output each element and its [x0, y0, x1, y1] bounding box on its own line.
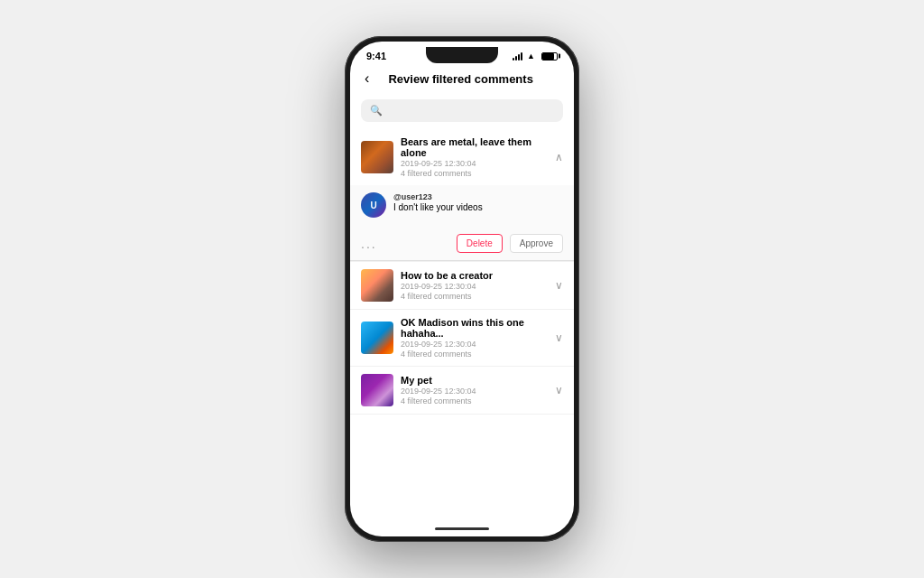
chevron-down-icon-3: ∨: [555, 384, 563, 396]
video-info-pet: My pet 2019-09-25 12:30:04 4 filtered co…: [401, 375, 555, 406]
video-title-bears: Bears are metal, leave them alone: [401, 136, 555, 158]
phone-frame: 9:41 ▲ ‹ Review filtered comments: [345, 36, 579, 542]
comment-row: U @user123 I don't like your videos: [361, 192, 563, 218]
video-info-creator: How to be a creator 2019-09-25 12:30:04 …: [401, 270, 555, 301]
video-date-creator: 2019-09-25 12:30:04: [401, 282, 555, 291]
phone-screen: 9:41 ▲ ‹ Review filtered comments: [350, 42, 574, 536]
video-filter-count-madison: 4 filtered comments: [401, 350, 555, 359]
more-button[interactable]: ...: [361, 237, 377, 251]
video-filter-count-bears: 4 filtered comments: [401, 169, 555, 178]
video-item-header-pet[interactable]: My pet 2019-09-25 12:30:04 4 filtered co…: [350, 367, 574, 414]
video-info-madison: OK Madison wins this one hahaha... 2019-…: [401, 317, 555, 359]
chevron-up-icon: ∧: [555, 151, 563, 163]
page-title: Review filtered comments: [378, 72, 543, 86]
search-icon: 🔍: [370, 105, 383, 117]
home-bar: [435, 527, 489, 530]
signal-icon: [513, 52, 522, 61]
comment-username: @user123: [393, 192, 563, 201]
video-thumb-bears: [361, 141, 393, 173]
search-input[interactable]: [388, 106, 554, 116]
delete-button[interactable]: Delete: [457, 234, 503, 253]
header: ‹ Review filtered comments: [350, 65, 574, 96]
video-thumb-creator: [361, 269, 393, 302]
comment-content: @user123 I don't like your videos: [393, 192, 563, 212]
video-item-header-madison[interactable]: OK Madison wins this one hahaha... 2019-…: [350, 310, 574, 366]
avatar: U: [361, 192, 386, 218]
video-item-pet: My pet 2019-09-25 12:30:04 4 filtered co…: [350, 367, 574, 415]
comment-text: I don't like your videos: [393, 202, 563, 212]
home-indicator: [350, 520, 574, 536]
video-item-header-creator[interactable]: How to be a creator 2019-09-25 12:30:04 …: [350, 262, 574, 309]
video-date-pet: 2019-09-25 12:30:04: [401, 387, 555, 396]
chevron-down-icon-2: ∨: [555, 331, 563, 344]
search-container: 🔍: [350, 96, 574, 129]
scroll-content: Bears are metal, leave them alone 2019-0…: [350, 129, 574, 520]
video-date-bears: 2019-09-25 12:30:04: [401, 159, 555, 168]
back-button[interactable]: ‹: [363, 69, 371, 89]
video-item-bears: Bears are metal, leave them alone 2019-0…: [350, 129, 574, 262]
comment-section-bears: U @user123 I don't like your videos: [350, 185, 574, 230]
video-item-header-bears[interactable]: Bears are metal, leave them alone 2019-0…: [350, 129, 574, 185]
wifi-icon: ▲: [527, 51, 535, 61]
phone-notch: [426, 47, 498, 63]
video-filter-count-creator: 4 filtered comments: [401, 292, 555, 301]
chevron-down-icon: ∨: [555, 279, 563, 292]
video-filter-count-pet: 4 filtered comments: [401, 396, 555, 406]
video-item-madison: OK Madison wins this one hahaha... 2019-…: [350, 310, 574, 367]
status-icons: ▲: [513, 51, 558, 61]
video-title-pet: My pet: [401, 375, 555, 386]
search-bar[interactable]: 🔍: [361, 99, 563, 122]
battery-icon: [541, 52, 558, 61]
video-thumb-pet: [361, 374, 393, 406]
video-info-bears: Bears are metal, leave them alone 2019-0…: [401, 136, 555, 178]
video-thumb-madison: [361, 322, 393, 354]
video-item-creator: How to be a creator 2019-09-25 12:30:04 …: [350, 262, 574, 310]
approve-button[interactable]: Approve: [510, 234, 563, 253]
video-date-madison: 2019-09-25 12:30:04: [401, 340, 555, 349]
video-title-madison: OK Madison wins this one hahaha...: [401, 317, 555, 339]
action-row: ... Delete Approve: [350, 230, 574, 261]
video-title-creator: How to be a creator: [401, 270, 555, 281]
status-time: 9:41: [366, 51, 386, 61]
